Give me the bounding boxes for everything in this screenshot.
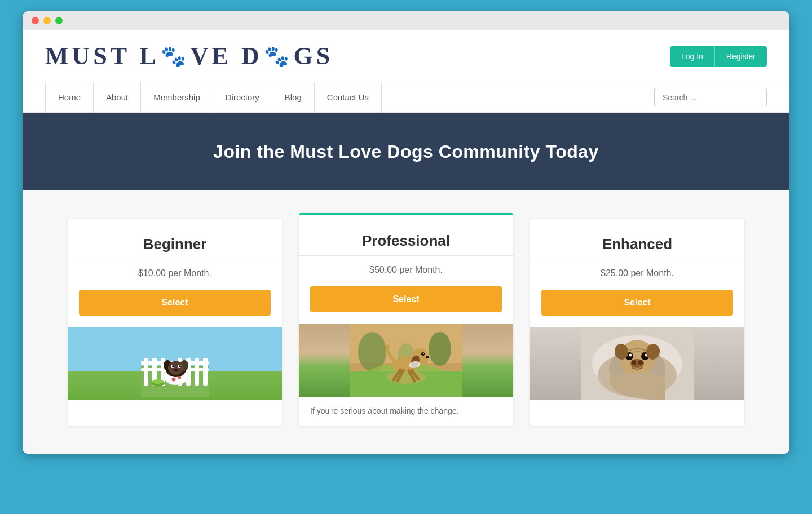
website-content: MUST L🐾VE D🐾GS Log In Register Home Abou… xyxy=(23,30,789,454)
membership-section: Beginner $10.00 per Month. Select xyxy=(23,190,789,454)
svg-point-39 xyxy=(426,356,429,358)
svg-point-20 xyxy=(172,365,174,367)
site-header: MUST L🐾VE D🐾GS Log In Register xyxy=(23,30,789,82)
plan-price-professional: $50.00 per Month. xyxy=(299,265,513,275)
nav-links: Home About Membership Directory Blog Con… xyxy=(45,82,382,112)
plan-header-enhanced: Enhanced xyxy=(530,219,744,259)
hero-banner: Join the Must Love Dogs Community Today xyxy=(23,113,789,190)
plan-name-enhanced: Enhanced xyxy=(541,236,733,253)
svg-point-56 xyxy=(638,360,643,365)
plan-card-beginner: Beginner $10.00 per Month. Select xyxy=(68,219,282,426)
svg-point-55 xyxy=(632,360,636,365)
svg-point-24 xyxy=(152,379,164,384)
plan-card-professional: Professional $50.00 per Month. Select xyxy=(299,213,513,426)
login-button[interactable]: Log In xyxy=(670,46,714,67)
nav-item-home[interactable]: Home xyxy=(45,82,94,112)
svg-point-37 xyxy=(421,352,425,356)
svg-point-13 xyxy=(172,378,176,382)
nav-item-contact[interactable]: Contact Us xyxy=(315,82,382,112)
main-nav: Home About Membership Directory Blog Con… xyxy=(23,82,789,113)
site-logo: MUST L🐾VE D🐾GS xyxy=(45,42,333,70)
svg-point-52 xyxy=(629,354,632,357)
svg-point-17 xyxy=(168,361,184,375)
svg-point-27 xyxy=(358,332,386,371)
plan-price-beginner: $10.00 per Month. xyxy=(68,268,282,278)
nav-item-directory[interactable]: Directory xyxy=(213,82,272,112)
nav-item-membership[interactable]: Membership xyxy=(141,82,213,112)
traffic-light-yellow[interactable] xyxy=(43,17,51,24)
running-dog-svg xyxy=(350,324,462,397)
search-input[interactable] xyxy=(654,88,767,107)
plan-image-enhanced xyxy=(530,327,744,400)
plans-grid: Beginner $10.00 per Month. Select xyxy=(68,219,744,426)
plan-description-professional: If you're serious about making the chang… xyxy=(299,397,513,426)
plan-header-beginner: Beginner xyxy=(68,219,282,259)
svg-point-32 xyxy=(386,370,426,384)
nav-item-blog[interactable]: Blog xyxy=(272,82,315,112)
svg-point-22 xyxy=(174,369,178,371)
svg-point-21 xyxy=(179,365,181,367)
svg-point-28 xyxy=(429,332,451,366)
auth-buttons: Log In Register xyxy=(670,46,767,67)
svg-point-38 xyxy=(423,353,424,354)
select-button-professional[interactable]: Select xyxy=(310,286,502,312)
pug-svg xyxy=(581,327,694,400)
plan-name-beginner: Beginner xyxy=(79,236,271,253)
register-button[interactable]: Register xyxy=(714,46,767,67)
browser-titlebar xyxy=(23,11,789,30)
plan-header-professional: Professional xyxy=(299,215,513,256)
select-button-beginner[interactable]: Select xyxy=(79,290,271,316)
select-button-enhanced[interactable]: Select xyxy=(541,290,733,316)
plan-card-enhanced: Enhanced $25.00 per Month. Select xyxy=(530,219,744,426)
hero-title: Join the Must Love Dogs Community Today xyxy=(45,141,767,162)
plan-image-professional xyxy=(299,324,513,397)
plan-price-enhanced: $25.00 per Month. xyxy=(530,268,744,278)
traffic-light-red[interactable] xyxy=(32,17,39,24)
svg-point-36 xyxy=(421,355,428,366)
search-bar xyxy=(654,88,767,107)
puppy-svg xyxy=(141,335,209,397)
browser-window: MUST L🐾VE D🐾GS Log In Register Home Abou… xyxy=(23,11,789,454)
plan-name-professional: Professional xyxy=(310,232,502,250)
plan-image-beginner xyxy=(68,327,282,400)
traffic-light-green[interactable] xyxy=(55,17,63,24)
nav-item-about[interactable]: About xyxy=(94,82,141,112)
